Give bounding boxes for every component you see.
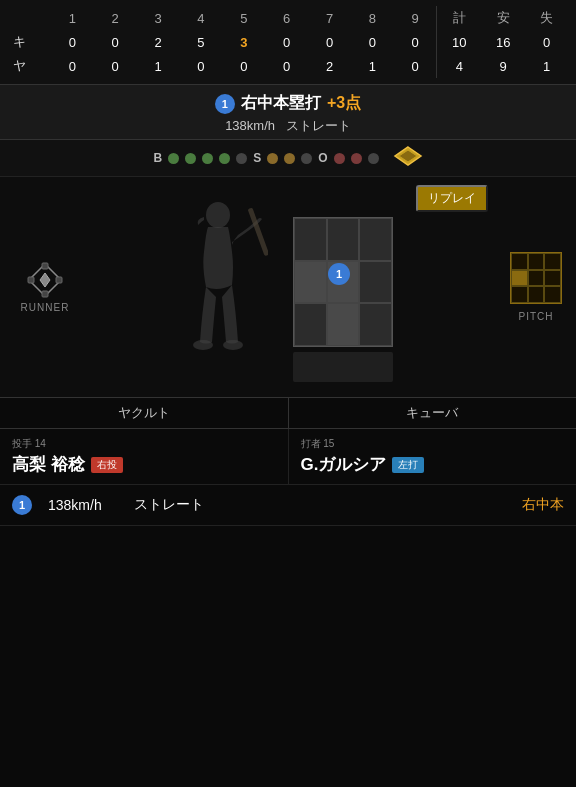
diamond-icon (393, 145, 423, 171)
pitch-detail-row: 1 138km/h ストレート 右中本 (0, 485, 576, 526)
zone-cell-9 (359, 303, 392, 346)
batter-silhouette (188, 197, 268, 367)
ya-score-6: 0 (265, 54, 308, 78)
ki-score-9: 0 (394, 30, 437, 54)
zone-cell-6 (359, 261, 392, 304)
ki-score-4: 5 (180, 30, 223, 54)
pitcher-number: 投手 14 (12, 437, 276, 451)
left-team-name: ヤクルト (0, 398, 289, 428)
svg-rect-5 (42, 291, 48, 297)
out-dot-2 (351, 153, 362, 164)
team-header (8, 6, 51, 30)
right-team-name: キューバ (289, 398, 577, 428)
event-banner: 1 右中本塁打 +3点 138km/h ストレート (0, 85, 576, 140)
svg-rect-9 (248, 207, 268, 256)
event-speed: 138km/h (225, 118, 275, 133)
inning-6-header: 6 (265, 6, 308, 30)
ya-score-5: 0 (222, 54, 265, 78)
replay-button[interactable]: リプレイ (416, 185, 488, 212)
pitch-mini-cell-4 (511, 270, 528, 287)
ya-score-4: 0 (180, 54, 223, 78)
ki-score-6: 0 (265, 30, 308, 54)
pitcher-hand-badge: 右投 (91, 457, 123, 473)
team-ya-name: ヤ (8, 54, 51, 78)
ki-total: 10 (437, 30, 482, 54)
ki-score-7: 0 (308, 30, 351, 54)
inning-1-header: 1 (51, 6, 94, 30)
event-main: 1 右中本塁打 +3点 (4, 93, 572, 114)
pitch-panel-label: PITCH (519, 311, 554, 322)
inning-3-header: 3 (137, 6, 180, 30)
out-dot-3 (368, 153, 379, 164)
pitch-detail-number: 1 (12, 495, 32, 515)
batter-col: 打者 15 G.ガルシア 左打 (289, 429, 577, 484)
zone-cell-8 (327, 303, 360, 346)
pitch-mini-cell-7 (511, 286, 528, 303)
strike-dot-2 (284, 153, 295, 164)
ya-score-1: 0 (51, 54, 94, 78)
right-panel: PITCH (496, 177, 576, 397)
inning-2-header: 2 (94, 6, 137, 30)
svg-rect-3 (42, 263, 48, 269)
pitch-detail-result: 右中本 (522, 496, 564, 514)
ya-total: 4 (437, 54, 482, 78)
pitch-mini-cell-5 (528, 270, 545, 287)
zone-cell-2 (327, 218, 360, 261)
inning-5-header: 5 (222, 6, 265, 30)
event-pitch-type: ストレート (286, 118, 351, 133)
total-errors-header: 失 (525, 6, 568, 30)
ya-score-9: 0 (394, 54, 437, 78)
inning-9-header: 9 (394, 6, 437, 30)
ya-score-8: 1 (351, 54, 394, 78)
bottom-space (0, 526, 576, 706)
ya-score-7: 2 (308, 54, 351, 78)
pitch-detail-type: ストレート (134, 496, 214, 514)
runner-label: RUNNER (21, 302, 70, 313)
zone-cell-1 (294, 218, 327, 261)
out-dot-1 (334, 153, 345, 164)
ki-score-1: 0 (51, 30, 94, 54)
inning-8-header: 8 (351, 6, 394, 30)
ya-errors: 1 (525, 54, 568, 78)
pitcher-name-row: 高梨 裕稔 右投 (12, 453, 276, 476)
ki-score-2: 0 (94, 30, 137, 54)
svg-point-11 (223, 340, 243, 350)
scoreboard: 1 2 3 4 5 6 7 8 9 計 安 失 キ 0 0 2 5 3 (0, 0, 576, 85)
center-panel: リプレイ (90, 177, 496, 397)
event-sub: 138km/h ストレート (4, 117, 572, 135)
balls-label: B (153, 151, 162, 165)
pitch-mini-cell-9 (544, 286, 561, 303)
inning-4-header: 4 (180, 6, 223, 30)
batter-name: G.ガルシア (301, 453, 387, 476)
ball-dot-2 (185, 153, 196, 164)
ya-hits: 9 (481, 54, 525, 78)
teams-row: ヤクルト キューバ (0, 397, 576, 429)
svg-rect-4 (56, 277, 62, 283)
team-ki-row: キ 0 0 2 5 3 0 0 0 0 10 16 0 (8, 30, 568, 54)
batter-hand-badge: 左打 (392, 457, 424, 473)
pitch-detail-speed: 138km/h (48, 497, 118, 513)
bso-row: B S O (0, 140, 576, 177)
pitch-grid-mini (510, 252, 562, 304)
pitch-mini-cell-3 (544, 253, 561, 270)
team-ki-name: キ (8, 30, 51, 54)
ki-hits: 16 (481, 30, 525, 54)
team-ya-row: ヤ 0 0 1 0 0 0 2 1 0 4 9 1 (8, 54, 568, 78)
runner-icon: RUNNER (21, 262, 70, 313)
ball-dot-4 (219, 153, 230, 164)
strike-dot-3 (301, 153, 312, 164)
score-table: 1 2 3 4 5 6 7 8 9 計 安 失 キ 0 0 2 5 3 (8, 6, 568, 78)
svg-point-10 (193, 340, 213, 350)
pitcher-col: 投手 14 高梨 裕稔 右投 (0, 429, 289, 484)
left-panel: RUNNER (0, 177, 90, 397)
svg-rect-6 (28, 277, 34, 283)
event-points: +3点 (327, 93, 361, 114)
ball-dot-3 (202, 153, 213, 164)
pitch-number-badge: 1 (215, 94, 235, 114)
ya-score-2: 0 (94, 54, 137, 78)
ya-score-3: 1 (137, 54, 180, 78)
pitch-mini-cell-2 (528, 253, 545, 270)
ki-score-3: 2 (137, 30, 180, 54)
home-plate-area (293, 352, 393, 382)
svg-marker-7 (40, 273, 50, 287)
